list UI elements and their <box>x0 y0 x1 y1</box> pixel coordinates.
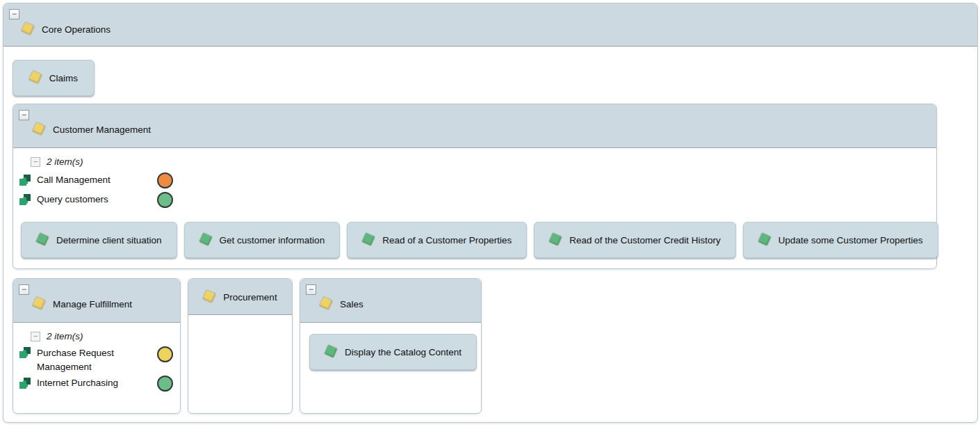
items-collapse-icon[interactable]: − <box>31 332 40 341</box>
diagram-canvas: − Core Operations Claims − <box>0 0 980 427</box>
items-collapse-icon[interactable]: − <box>31 157 40 167</box>
group-title: Manage Fulfillment <box>53 299 132 309</box>
tile-label: Read of a Customer Properties <box>382 235 512 245</box>
manage-fulfillment-header[interactable]: − Manage Fulfillment <box>13 279 180 323</box>
group-title: Procurement <box>223 292 277 303</box>
puzzle-icon <box>19 174 31 186</box>
list-item[interactable]: Query customers <box>13 190 173 209</box>
collapse-button[interactable]: − <box>306 284 316 295</box>
green-diamond-icon <box>36 233 50 247</box>
group-title: Sales <box>340 299 364 309</box>
yellow-diamond-icon <box>22 22 35 36</box>
item-label: Query customers <box>37 193 152 207</box>
green-diamond-icon <box>758 233 772 247</box>
operation-tile[interactable]: Display the Catalog Content <box>309 334 477 370</box>
puzzle-icon <box>19 346 31 359</box>
green-diamond-icon <box>325 345 338 359</box>
bottom-row: − Manage Fulfillment − 2 item(s) <box>13 278 977 414</box>
operation-tile[interactable]: Update some Customer Properties <box>743 222 938 258</box>
puzzle-icon <box>19 193 31 206</box>
status-dot <box>157 346 173 362</box>
tile-label: Determine client situation <box>56 235 162 245</box>
green-diamond-icon <box>362 233 376 247</box>
list-item[interactable]: Purchase Request Management <box>13 345 173 373</box>
green-diamond-icon <box>199 233 213 247</box>
yellow-diamond-icon <box>320 297 334 311</box>
operations-row: Determine client situation Get customer … <box>21 222 936 258</box>
status-dot <box>157 376 173 392</box>
procurement-header[interactable]: Procurement <box>188 279 292 315</box>
status-dot <box>157 172 173 188</box>
items-count-row: − 2 item(s) <box>31 331 180 341</box>
yellow-diamond-icon <box>33 297 47 311</box>
customer-management-body: − 2 item(s) Call Management Query custom… <box>13 156 936 258</box>
puzzle-icon <box>19 377 31 389</box>
tile-label: Claims <box>49 73 78 83</box>
customer-management-header[interactable]: − Customer Management <box>13 104 936 148</box>
tile-label: Update some Customer Properties <box>778 235 923 245</box>
tile-label: Get customer information <box>220 235 325 245</box>
operation-tile[interactable]: Read of the Customer Credit History <box>534 222 736 258</box>
collapse-button[interactable]: − <box>19 284 29 295</box>
yellow-diamond-icon <box>203 290 217 304</box>
sales-body: Display the Catalog Content <box>300 323 481 370</box>
group-title: Customer Management <box>53 124 151 135</box>
core-operations-body: Claims − Customer Management − <box>3 47 977 414</box>
core-operations-group[interactable]: − Core Operations Claims − <box>3 3 978 423</box>
operation-tile[interactable]: Get customer information <box>184 222 341 258</box>
tile-label: Read of the Customer Credit History <box>569 235 721 245</box>
item-label: Purchase Request Management <box>37 346 152 373</box>
manage-fulfillment-group[interactable]: − Manage Fulfillment − 2 item(s) <box>13 278 181 414</box>
operation-tile[interactable]: Read of a Customer Properties <box>347 222 527 258</box>
claims-tile[interactable]: Claims <box>13 60 95 96</box>
list-item[interactable]: Internet Purchasing <box>13 373 173 393</box>
item-label: Internet Purchasing <box>37 376 152 390</box>
sales-group[interactable]: − Sales Display t <box>300 278 482 414</box>
list-item[interactable]: Call Management <box>13 170 173 190</box>
group-title: Core Operations <box>42 24 111 35</box>
collapse-button[interactable]: − <box>9 9 19 19</box>
collapse-button[interactable]: − <box>19 110 29 120</box>
procurement-group[interactable]: Procurement <box>188 278 293 414</box>
yellow-diamond-icon <box>29 71 43 85</box>
items-count-label: 2 item(s) <box>47 331 83 341</box>
manage-fulfillment-body: − 2 item(s) Purchase Request Management … <box>13 331 180 393</box>
customer-management-group[interactable]: − Customer Management − 2 item(s) <box>13 104 937 269</box>
items-count-label: 2 item(s) <box>47 156 83 167</box>
status-dot <box>157 192 173 208</box>
item-label: Call Management <box>37 173 152 187</box>
operation-tile[interactable]: Determine client situation <box>21 222 177 258</box>
yellow-diamond-icon <box>33 122 47 136</box>
items-count-row: − 2 item(s) <box>31 156 936 167</box>
core-operations-header[interactable]: − Core Operations <box>3 3 977 47</box>
tile-label: Display the Catalog Content <box>345 347 462 357</box>
green-diamond-icon <box>549 233 563 247</box>
sales-header[interactable]: − Sales <box>300 279 481 323</box>
